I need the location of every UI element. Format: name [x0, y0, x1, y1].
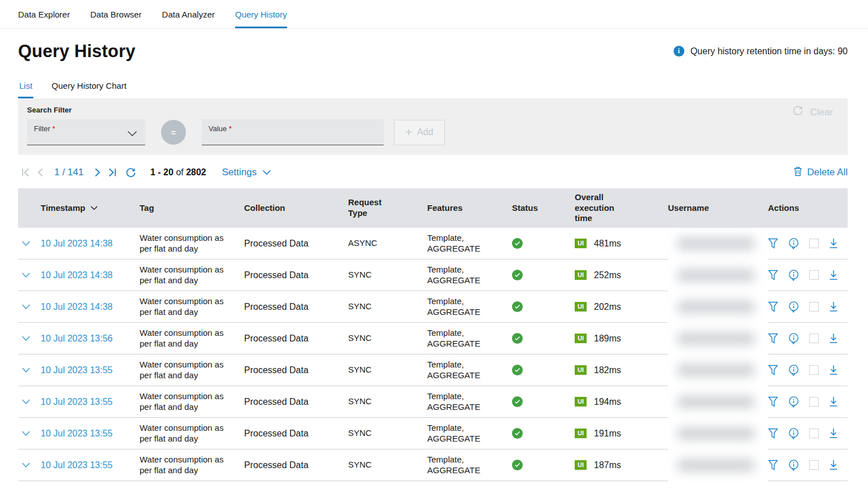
expand-row-button[interactable]: [18, 273, 41, 278]
download-icon[interactable]: [828, 270, 839, 280]
column-header-status: Status: [512, 203, 575, 214]
timestamp-link[interactable]: 10 Jul 2023 13:55: [41, 396, 140, 408]
chevron-down-icon: [262, 170, 271, 175]
filter-select[interactable]: Filter *: [27, 119, 145, 145]
features-cell: Template, AGGREGATE: [427, 360, 492, 381]
clear-button[interactable]: Clear: [792, 105, 833, 120]
tab-query-history-chart[interactable]: Query History Chart: [50, 81, 128, 98]
row-checkbox[interactable]: [809, 334, 819, 343]
last-page-button[interactable]: [105, 165, 120, 180]
info-icon[interactable]: [788, 364, 800, 377]
table-header-row: Timestamp Tag Collection Request Type Fe…: [18, 188, 848, 228]
tag-cell: Water consumption as per flat and day: [140, 328, 236, 349]
nav-item-query-history[interactable]: Query History: [235, 0, 287, 28]
row-checkbox[interactable]: [809, 460, 819, 470]
filter-icon[interactable]: [768, 238, 778, 249]
actions-cell: [768, 364, 848, 377]
add-button[interactable]: + Add: [394, 120, 445, 145]
download-icon[interactable]: [828, 301, 839, 312]
first-page-button[interactable]: [18, 165, 33, 180]
filter-icon[interactable]: [768, 365, 778, 376]
expand-row-button[interactable]: [18, 304, 41, 310]
ui-source-badge: UI: [575, 397, 587, 406]
info-icon[interactable]: [788, 427, 800, 440]
execution-time-cell: UI 187ms: [575, 460, 668, 471]
info-icon[interactable]: [788, 237, 800, 250]
row-checkbox[interactable]: [809, 239, 819, 248]
nav-item-data-analyzer[interactable]: Data Analyzer: [162, 0, 215, 28]
info-icon[interactable]: [788, 459, 800, 472]
status-cell: [512, 238, 575, 249]
delete-all-button[interactable]: Delete All: [793, 166, 848, 179]
chevron-down-icon: [21, 431, 31, 436]
download-icon[interactable]: [828, 238, 839, 249]
expand-row-button[interactable]: [18, 431, 41, 436]
success-check-icon: [512, 333, 523, 344]
collection-cell: Processed Data: [244, 460, 348, 471]
tag-cell: Water consumption as per flat and day: [140, 233, 236, 254]
timestamp-link[interactable]: 10 Jul 2023 13:55: [41, 365, 140, 376]
features-cell: Template, AGGREGATE: [427, 423, 492, 444]
execution-time-value: 182ms: [594, 365, 621, 376]
actions-cell: [768, 396, 848, 408]
filter-icon[interactable]: [768, 396, 778, 408]
collection-cell: Processed Data: [244, 428, 348, 439]
download-icon[interactable]: [828, 460, 839, 470]
nav-item-data-browser[interactable]: Data Browser: [90, 0, 142, 28]
request-type-cell: SYNC: [348, 396, 427, 407]
tab-list[interactable]: List: [18, 81, 33, 98]
expand-row-button[interactable]: [18, 336, 41, 341]
blurred-username: [677, 332, 755, 345]
timestamp-link[interactable]: 10 Jul 2023 13:55: [41, 428, 140, 439]
chevron-down-icon: [21, 367, 31, 373]
range-text: 1 - 20: [150, 167, 173, 177]
filter-icon[interactable]: [768, 428, 778, 439]
info-icon[interactable]: [788, 332, 800, 345]
trash-icon: [793, 166, 802, 179]
top-navigation: Data Explorer Data Browser Data Analyzer…: [0, 0, 868, 29]
status-cell: [512, 333, 575, 344]
expand-row-button[interactable]: [18, 462, 41, 468]
refresh-icon[interactable]: [123, 165, 138, 180]
retention-note: i Query history retention time in days: …: [674, 46, 848, 57]
previous-page-button[interactable]: [33, 165, 47, 180]
timestamp-link[interactable]: 10 Jul 2023 14:38: [41, 238, 140, 249]
row-checkbox[interactable]: [809, 270, 819, 280]
filter-icon[interactable]: [768, 270, 778, 281]
timestamp-link[interactable]: 10 Jul 2023 14:38: [41, 270, 140, 281]
info-icon[interactable]: [788, 269, 800, 282]
operator-equals-button[interactable]: =: [161, 120, 186, 145]
nav-item-data-explorer[interactable]: Data Explorer: [18, 0, 70, 28]
download-icon[interactable]: [828, 428, 839, 439]
row-checkbox[interactable]: [809, 302, 819, 312]
ui-source-badge: UI: [575, 429, 587, 438]
execution-time-cell: UI 481ms: [575, 238, 668, 249]
next-page-button[interactable]: [90, 165, 105, 180]
info-icon[interactable]: [788, 396, 800, 408]
expand-row-button[interactable]: [18, 399, 41, 405]
expand-row-button[interactable]: [18, 367, 41, 373]
timestamp-link[interactable]: 10 Jul 2023 13:55: [41, 460, 140, 471]
download-icon[interactable]: [828, 396, 839, 407]
filter-icon[interactable]: [768, 460, 778, 471]
blurred-username: [677, 427, 755, 440]
download-icon[interactable]: [828, 333, 839, 344]
request-type-cell: SYNC: [348, 365, 427, 375]
expand-row-button[interactable]: [18, 241, 41, 246]
filter-icon[interactable]: [768, 301, 778, 313]
row-checkbox[interactable]: [809, 365, 819, 375]
row-checkbox[interactable]: [809, 429, 819, 438]
settings-button[interactable]: Settings: [222, 167, 271, 178]
column-header-timestamp[interactable]: Timestamp: [41, 203, 140, 214]
value-input[interactable]: [209, 132, 372, 142]
collection-cell: Processed Data: [244, 333, 348, 344]
row-checkbox[interactable]: [809, 397, 819, 406]
success-check-icon: [512, 396, 523, 407]
info-icon[interactable]: [788, 301, 800, 313]
success-check-icon: [512, 270, 523, 280]
filter-icon[interactable]: [768, 333, 778, 344]
timestamp-link[interactable]: 10 Jul 2023 14:38: [41, 301, 140, 313]
timestamp-link[interactable]: 10 Jul 2023 13:56: [41, 333, 140, 344]
download-icon[interactable]: [828, 365, 839, 375]
add-button-label: Add: [417, 127, 433, 137]
